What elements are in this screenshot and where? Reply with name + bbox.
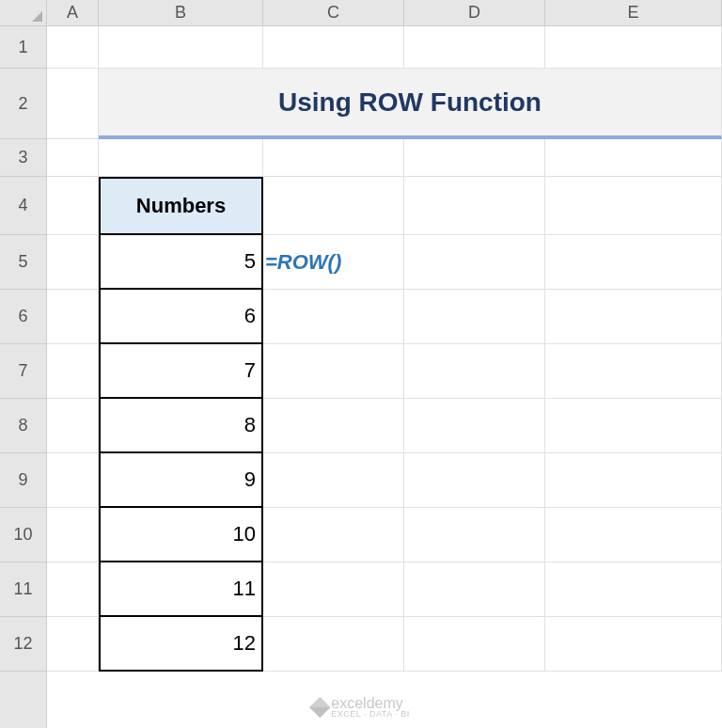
cell-D4[interactable] (404, 177, 545, 235)
cell-C10[interactable] (263, 508, 404, 562)
cell-E10[interactable] (545, 508, 722, 562)
cell-A9[interactable] (47, 453, 99, 508)
cell-A11[interactable] (47, 562, 99, 617)
row-header-5[interactable]: 5 (0, 235, 46, 290)
watermark-logo-icon (309, 696, 331, 718)
page-title[interactable]: Using ROW Function (99, 69, 722, 139)
number-cell-6[interactable]: 6 (99, 290, 263, 344)
table-header-numbers[interactable]: Numbers (99, 177, 263, 235)
cell-E8[interactable] (545, 399, 722, 453)
row-header-7[interactable]: 7 (0, 344, 46, 399)
cell-D6[interactable] (404, 290, 545, 344)
row-header-9[interactable]: 9 (0, 453, 46, 508)
cell-D3[interactable] (404, 139, 545, 177)
cell-C4[interactable] (263, 177, 404, 235)
row-header-12[interactable]: 12 (0, 617, 46, 672)
cell-E4[interactable] (545, 177, 722, 235)
row-header-10[interactable]: 10 (0, 508, 46, 562)
row-header-1[interactable]: 1 (0, 26, 46, 69)
row-header-4[interactable]: 4 (0, 177, 46, 235)
watermark-tag: EXCEL · DATA · BI (331, 709, 409, 719)
cell-C7[interactable] (263, 344, 404, 399)
cell-D10[interactable] (404, 508, 545, 562)
cell-C8[interactable] (263, 399, 404, 453)
select-all-corner[interactable] (0, 0, 47, 26)
cell-A10[interactable] (47, 508, 99, 562)
cell-C3[interactable] (263, 139, 404, 177)
cell-E12[interactable] (545, 617, 722, 672)
cell-A8[interactable] (47, 399, 99, 453)
cell-A6[interactable] (47, 290, 99, 344)
cell-C1[interactable] (263, 26, 404, 69)
cell-A3[interactable] (47, 139, 99, 177)
cell-C6[interactable] (263, 290, 404, 344)
cell-E9[interactable] (545, 453, 722, 508)
cell-E1[interactable] (545, 26, 722, 69)
cell-D8[interactable] (404, 399, 545, 453)
cell-D9[interactable] (404, 453, 545, 508)
number-cell-8[interactable]: 8 (99, 399, 263, 453)
cell-E5[interactable] (545, 235, 722, 290)
number-cell-12[interactable]: 12 (99, 617, 263, 672)
cell-E11[interactable] (545, 562, 722, 617)
col-header-b[interactable]: B (99, 0, 263, 25)
cell-C11[interactable] (263, 562, 404, 617)
cell-B3[interactable] (99, 139, 263, 177)
cell-A12[interactable] (47, 617, 99, 672)
cell-A7[interactable] (47, 344, 99, 399)
grid[interactable]: Using ROW FunctionNumbers5=ROW()67891011… (47, 26, 722, 728)
cell-D5[interactable] (404, 235, 545, 290)
number-cell-10[interactable]: 10 (99, 508, 263, 562)
watermark: exceldemy EXCEL · DATA · BI (312, 695, 409, 719)
cell-A4[interactable] (47, 177, 99, 235)
row-header-6[interactable]: 6 (0, 290, 46, 344)
row-header-3[interactable]: 3 (0, 139, 46, 177)
cell-D12[interactable] (404, 617, 545, 672)
cell-E3[interactable] (545, 139, 722, 177)
formula-annotation[interactable]: =ROW() (263, 235, 404, 290)
cell-A2[interactable] (47, 69, 99, 139)
row-headers: 123456789101112 (0, 26, 47, 728)
number-cell-9[interactable]: 9 (99, 453, 263, 508)
col-header-e[interactable]: E (545, 0, 722, 25)
cell-C12[interactable] (263, 617, 404, 672)
cell-A5[interactable] (47, 235, 99, 290)
row-header-8[interactable]: 8 (0, 399, 46, 453)
cell-E6[interactable] (545, 290, 722, 344)
column-headers: A B C D E (47, 0, 722, 26)
cell-D1[interactable] (404, 26, 545, 69)
cell-D7[interactable] (404, 344, 545, 399)
number-cell-7[interactable]: 7 (99, 344, 263, 399)
cell-D11[interactable] (404, 562, 545, 617)
number-cell-5[interactable]: 5 (99, 235, 263, 290)
col-header-a[interactable]: A (47, 0, 99, 25)
number-cell-11[interactable]: 11 (99, 562, 263, 617)
row-header-2[interactable]: 2 (0, 69, 46, 139)
cell-B1[interactable] (99, 26, 263, 69)
row-header-11[interactable]: 11 (0, 562, 46, 617)
cell-E7[interactable] (545, 344, 722, 399)
col-header-d[interactable]: D (404, 0, 545, 25)
spreadsheet: A B C D E 123456789101112 Using ROW Func… (0, 0, 722, 728)
cell-A1[interactable] (47, 26, 99, 69)
col-header-c[interactable]: C (263, 0, 404, 25)
cell-C9[interactable] (263, 453, 404, 508)
